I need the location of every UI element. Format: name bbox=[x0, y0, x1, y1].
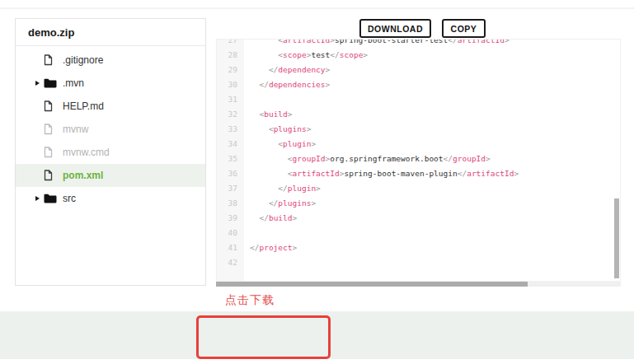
code-line: <plugins> bbox=[250, 122, 519, 137]
file-tree-panel: demo.zip .gitignore.mvnHELP.mdmvnwmvnw.c… bbox=[15, 18, 206, 286]
file-icon bbox=[44, 170, 61, 181]
file-icon bbox=[44, 124, 61, 135]
code-line: <plugin> bbox=[250, 137, 519, 152]
tree-item-help-md[interactable]: HELP.md bbox=[16, 95, 205, 118]
tree-item-label: HELP.md bbox=[63, 100, 104, 112]
horizontal-scrollbar[interactable] bbox=[216, 282, 621, 287]
tree-item-label: .gitignore bbox=[63, 54, 103, 66]
expand-caret-icon[interactable] bbox=[35, 196, 44, 201]
code-line: </plugin> bbox=[250, 181, 519, 196]
code-preview-panel: 27282930313233343536373839404142 <artifa… bbox=[216, 39, 621, 282]
code-line: <artifactId>spring-boot-maven-plugin</ar… bbox=[250, 166, 519, 181]
tree-item-label: mvnw.cmd bbox=[63, 147, 110, 158]
tree-item-label: mvnw bbox=[63, 124, 88, 135]
tree-item-gitignore[interactable]: .gitignore bbox=[16, 49, 205, 72]
tree-item-label: pom.xml bbox=[63, 170, 103, 181]
code-line: </plugins> bbox=[250, 196, 519, 211]
annotation-text: 点击下载 bbox=[225, 293, 275, 308]
file-icon bbox=[44, 100, 61, 112]
archive-title: demo.zip bbox=[16, 19, 205, 46]
tree-item-label: src bbox=[63, 193, 76, 204]
tree-item-mvnw-cmd[interactable]: mvnw.cmd bbox=[16, 141, 205, 164]
code-line: </dependencies> bbox=[250, 77, 519, 92]
file-icon bbox=[44, 147, 61, 158]
code-line: <artifactId>spring-boot-starter-test</ar… bbox=[250, 39, 519, 48]
folder-icon bbox=[44, 78, 61, 88]
footer-bar: DOWNLOAD ⌘ +↵ CLOSE ESC bbox=[0, 311, 634, 359]
code-line: <groupId>org.springframework.boot</group… bbox=[250, 152, 519, 166]
file-icon bbox=[44, 54, 61, 66]
vertical-scrollbar-thumb[interactable] bbox=[614, 198, 619, 278]
code-line: <build> bbox=[250, 107, 519, 122]
expand-caret-icon[interactable] bbox=[35, 81, 44, 86]
tree-item-mvn[interactable]: .mvn bbox=[16, 72, 205, 95]
explore-modal: DOWNLOAD COPY demo.zip .gitignore.mvnHEL… bbox=[0, 0, 634, 364]
tree-item-label: .mvn bbox=[63, 77, 84, 89]
code-line: </dependency> bbox=[250, 63, 519, 77]
file-tree: .gitignore.mvnHELP.mdmvnwmvnw.cmdpom.xml… bbox=[16, 46, 205, 210]
code-line: <scope>test</scope> bbox=[250, 48, 519, 63]
code-line: </build> bbox=[250, 211, 519, 226]
vertical-scrollbar[interactable] bbox=[614, 40, 619, 281]
code-line bbox=[250, 255, 519, 270]
code-line bbox=[250, 226, 519, 240]
folder-icon bbox=[44, 194, 61, 203]
copy-top-button[interactable]: COPY bbox=[442, 19, 486, 38]
code-line bbox=[250, 92, 519, 107]
horizontal-scrollbar-thumb[interactable] bbox=[216, 282, 528, 287]
tree-item-pom-xml[interactable]: pom.xml bbox=[16, 164, 205, 187]
top-divider bbox=[0, 7, 634, 9]
code-line: </project> bbox=[250, 240, 519, 255]
tree-item-src[interactable]: src bbox=[16, 187, 205, 210]
line-numbers: 27282930313233343536373839404142 bbox=[217, 39, 244, 270]
download-top-button[interactable]: DOWNLOAD bbox=[359, 19, 431, 38]
tree-item-mvnw[interactable]: mvnw bbox=[16, 118, 205, 141]
code-content: <artifactId>spring-boot-starter-test</ar… bbox=[244, 39, 519, 270]
